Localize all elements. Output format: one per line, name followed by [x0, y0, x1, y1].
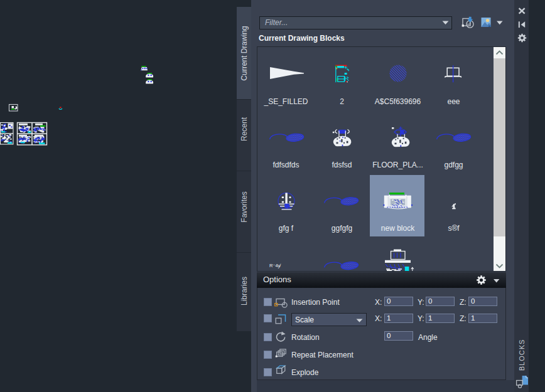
svg-text:R⁻4y̸: R⁻4y̸ [269, 263, 281, 268]
